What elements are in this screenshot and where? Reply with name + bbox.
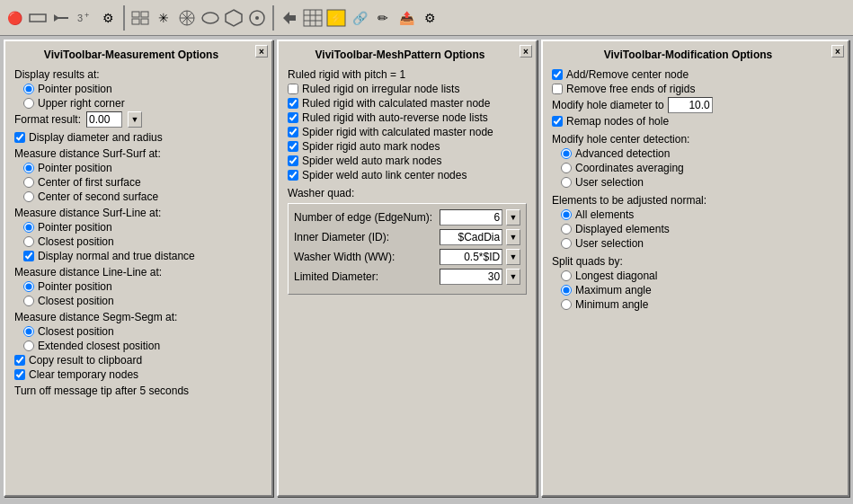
radio-displayed-elements-input[interactable] — [561, 224, 572, 234]
toolbar-icon-oval[interactable] — [200, 7, 221, 29]
radio-ss-center-second-input[interactable] — [23, 191, 34, 202]
toolbar-icon-pen[interactable]: ✏ — [372, 7, 394, 29]
radio-ss-center-second[interactable]: Center of second surface — [23, 190, 262, 203]
radio-coord-averaging[interactable]: Coordinates averaging — [561, 162, 839, 174]
radio-seg-extended-input[interactable] — [23, 340, 34, 351]
inner-diam-input[interactable] — [440, 229, 502, 245]
radio-sl-closest-input[interactable] — [23, 236, 34, 247]
check-add-remove-center[interactable]: Add/Remove center node — [552, 68, 839, 81]
radio-ll-closest-input[interactable] — [23, 296, 34, 306]
toolbar-icon-export[interactable]: 📤 — [395, 7, 417, 29]
radio-ss-center-first[interactable]: Center of first surface — [23, 176, 262, 189]
check-ruled-auto-reverse-input[interactable] — [288, 112, 298, 123]
toolbar-icon-grid[interactable] — [129, 7, 151, 29]
check-remove-free-ends[interactable]: Remove free ends of rigids — [552, 83, 839, 95]
check-spider-calc-master[interactable]: Spider rigid with calculated master node — [288, 126, 527, 138]
radio-maximum-angle[interactable]: Maximum angle — [561, 284, 839, 296]
toolbar-icon-mesh[interactable] — [302, 7, 324, 29]
num-edge-dropdown[interactable]: ▼ — [506, 209, 520, 225]
check-spider-weld-mark-input[interactable] — [288, 155, 298, 166]
check-spider-weld-link[interactable]: Spider weld auto link center nodes — [288, 169, 527, 181]
radio-pointer-position[interactable]: Pointer position — [23, 83, 262, 95]
toolbar-icon-gear[interactable]: ⚙ — [97, 7, 119, 29]
check-copy-result-input[interactable] — [14, 355, 25, 366]
modify-hole-input[interactable] — [668, 97, 713, 113]
measurement-panel-close[interactable]: × — [255, 45, 268, 57]
check-spider-auto-mark-input[interactable] — [288, 141, 298, 152]
check-display-normal[interactable]: Display normal and true distance — [23, 250, 262, 262]
check-ruled-irregular-input[interactable] — [288, 84, 298, 94]
radio-coord-averaging-input[interactable] — [561, 163, 572, 173]
check-remap-nodes[interactable]: Remap nodes of hole — [552, 115, 839, 128]
radio-ss-center-first-input[interactable] — [23, 177, 34, 188]
radio-pointer-position-input[interactable] — [23, 84, 34, 94]
radio-user-selection-2-input[interactable] — [561, 238, 572, 249]
format-dropdown-btn[interactable]: ▼ — [128, 111, 142, 128]
format-result-input[interactable] — [86, 111, 122, 128]
radio-ll-closest[interactable]: Closest position — [23, 295, 262, 307]
toolbar-icon-4[interactable]: 3+ — [74, 7, 95, 29]
radio-longest-diagonal-input[interactable] — [561, 270, 572, 281]
radio-upper-right[interactable]: Upper right corner — [23, 97, 262, 110]
check-spider-auto-mark[interactable]: Spider rigid auto mark nodes — [288, 140, 527, 153]
toolbar-icon-highlight[interactable]: ⚡ — [325, 7, 347, 29]
washer-width-dropdown[interactable]: ▼ — [506, 249, 520, 265]
radio-advanced-detection-input[interactable] — [561, 148, 572, 159]
radio-maximum-angle-input[interactable] — [561, 285, 572, 296]
check-ruled-irregular[interactable]: Ruled rigid on irregular node lists — [288, 83, 527, 95]
check-ruled-calc-master-input[interactable] — [288, 98, 298, 109]
check-add-remove-center-input[interactable] — [552, 69, 563, 80]
toolbar-icon-star[interactable]: ✳ — [153, 7, 174, 29]
radio-user-selection-2[interactable]: User selection — [561, 237, 839, 250]
radio-all-elements-input[interactable] — [561, 209, 572, 220]
radio-sl-pointer-input[interactable] — [23, 222, 34, 233]
check-display-normal-input[interactable] — [23, 251, 34, 261]
washer-width-input[interactable] — [440, 249, 502, 265]
limited-diam-input[interactable] — [440, 269, 502, 285]
modification-panel-close[interactable]: × — [831, 45, 844, 57]
check-ruled-calc-master[interactable]: Ruled rigid with calculated master node — [288, 97, 527, 110]
radio-advanced-detection[interactable]: Advanced detection — [561, 147, 839, 160]
radio-seg-extended[interactable]: Extended closest position — [23, 340, 262, 352]
radio-user-selection-1[interactable]: User selection — [561, 176, 839, 189]
check-display-diam[interactable]: Display diameter and radius — [14, 131, 262, 144]
toolbar-icon-radial[interactable] — [176, 7, 198, 29]
radio-ss-pointer-input[interactable] — [23, 163, 34, 173]
check-remap-nodes-input[interactable] — [552, 116, 563, 127]
check-clear-temp[interactable]: Clear temporary nodes — [14, 368, 262, 381]
check-display-diam-input[interactable] — [14, 132, 25, 143]
check-ruled-auto-reverse[interactable]: Ruled rigid with auto-reverse node lists — [288, 111, 527, 124]
toolbar-icon-3[interactable] — [50, 7, 72, 29]
meshpattern-panel-close[interactable]: × — [520, 45, 532, 57]
radio-ll-pointer[interactable]: Pointer position — [23, 280, 262, 293]
radio-seg-closest[interactable]: Closest position — [23, 325, 262, 338]
check-spider-weld-link-input[interactable] — [288, 170, 298, 181]
radio-ss-pointer[interactable]: Pointer position — [23, 162, 262, 174]
inner-diam-dropdown[interactable]: ▼ — [506, 229, 520, 245]
limited-diam-dropdown[interactable]: ▼ — [506, 269, 520, 285]
check-spider-weld-mark[interactable]: Spider weld auto mark nodes — [288, 155, 527, 167]
toolbar-icon-circle-dot[interactable] — [246, 7, 268, 29]
toolbar-icon-1[interactable]: 🔴 — [4, 7, 25, 29]
radio-longest-diagonal[interactable]: Longest diagonal — [561, 270, 839, 282]
radio-user-selection-1-input[interactable] — [561, 177, 572, 188]
toolbar-icon-2[interactable] — [27, 7, 49, 29]
radio-minimum-angle[interactable]: Minimum angle — [561, 298, 839, 311]
radio-sl-closest[interactable]: Closest position — [23, 235, 262, 248]
toolbar-icon-settings2[interactable]: ⚙ — [419, 7, 440, 29]
check-clear-temp-input[interactable] — [14, 369, 25, 380]
radio-minimum-angle-input[interactable] — [561, 299, 572, 310]
toolbar-icon-link[interactable]: 🔗 — [349, 7, 370, 29]
check-spider-calc-master-input[interactable] — [288, 127, 298, 137]
toolbar-icon-arrow[interactable] — [279, 7, 300, 29]
radio-upper-right-input[interactable] — [23, 98, 34, 109]
check-copy-result[interactable]: Copy result to clipboard — [14, 354, 262, 367]
radio-ll-pointer-input[interactable] — [23, 281, 34, 292]
radio-seg-closest-input[interactable] — [23, 326, 34, 337]
radio-sl-pointer[interactable]: Pointer position — [23, 221, 262, 234]
num-edge-input[interactable] — [440, 209, 502, 225]
radio-all-elements[interactable]: All elements — [561, 208, 839, 221]
check-remove-free-ends-input[interactable] — [552, 84, 563, 94]
toolbar-icon-hex[interactable] — [223, 7, 244, 29]
radio-displayed-elements[interactable]: Displayed elements — [561, 223, 839, 235]
